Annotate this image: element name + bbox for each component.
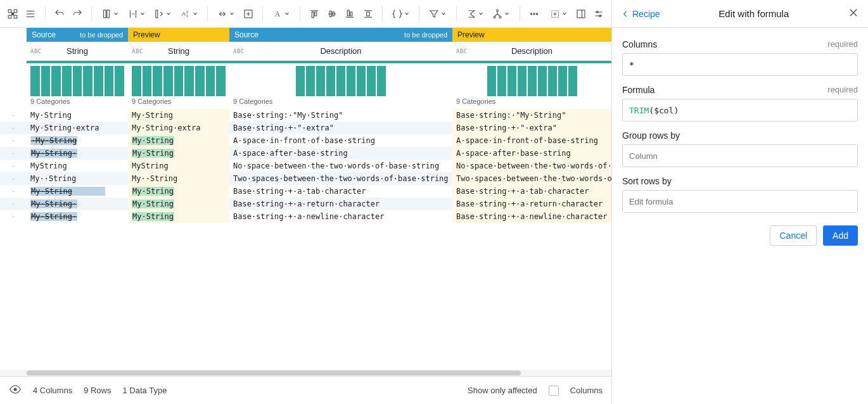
data-cell[interactable]: A·space·in·front·of·base·string <box>452 134 611 147</box>
data-cell[interactable]: No·space·between·the·two·words·of·base·s… <box>452 160 611 172</box>
data-cell[interactable]: My·String <box>128 109 229 122</box>
distribute-icon[interactable] <box>360 6 375 22</box>
data-cell[interactable]: My··String <box>27 172 128 185</box>
align-bottom-icon[interactable] <box>342 6 357 22</box>
row-handle[interactable]: · <box>0 122 27 134</box>
horizontal-scrollbar[interactable] <box>0 370 611 376</box>
grid-view-icon[interactable] <box>5 6 20 22</box>
column-header[interactable]: ABC Description <box>229 42 452 61</box>
row-handle[interactable]: · <box>0 198 27 210</box>
type-badge: ABC <box>30 48 42 54</box>
column-header[interactable]: ABC Description <box>452 42 611 61</box>
sigma-icon[interactable] <box>463 6 487 22</box>
data-cell[interactable]: Base·string·+·a·tab·character <box>229 185 452 198</box>
data-cell[interactable]: Base·string:·"My·String" <box>229 109 452 122</box>
more-icon[interactable] <box>527 6 542 22</box>
formula-input[interactable]: TRIM($col) <box>622 99 858 122</box>
type-count: 1 Data Type <box>123 386 167 395</box>
data-grid: · · · · · · · · · Source to be dropped <box>0 28 611 370</box>
align-middle-icon[interactable] <box>324 6 340 22</box>
histogram[interactable] <box>30 66 124 96</box>
row-handle[interactable]: · <box>0 210 27 223</box>
data-cell[interactable]: Base·string:·"My·String" <box>452 109 611 122</box>
data-cell[interactable]: My·String <box>128 210 229 223</box>
column-status-preview: Preview <box>452 28 611 42</box>
toolbar: A12 A <box>0 0 611 28</box>
data-cell[interactable]: My·String· <box>27 210 128 223</box>
svg-point-35 <box>554 13 556 15</box>
column-header[interactable]: ABC String <box>128 42 229 61</box>
data-cell[interactable]: My·String <box>27 109 128 122</box>
category-count: 9 Categories <box>27 98 128 109</box>
move-resize-icon[interactable] <box>214 6 238 22</box>
hierarchy-icon[interactable] <box>489 6 513 22</box>
filter-icon[interactable] <box>426 6 450 22</box>
data-cell[interactable]: Base·string·+·a·newline·character <box>229 210 452 223</box>
format-column-icon[interactable]: A12 <box>177 6 201 22</box>
columns-input[interactable] <box>622 53 858 76</box>
cancel-button[interactable]: Cancel <box>770 225 817 246</box>
split-column-icon[interactable] <box>151 6 175 22</box>
text-format-icon[interactable]: A <box>269 6 293 22</box>
type-badge: ABC <box>456 48 468 54</box>
row-handle[interactable]: · <box>0 134 27 147</box>
histogram[interactable] <box>233 66 449 96</box>
data-cell[interactable]: My·String <box>128 185 229 198</box>
list-view-icon[interactable] <box>23 6 38 22</box>
category-count: 9 Categories <box>229 98 452 109</box>
data-cell[interactable]: My·String·extra <box>128 122 229 134</box>
sort-by-input[interactable] <box>622 190 858 213</box>
close-icon[interactable] <box>848 7 859 20</box>
row-handle[interactable]: · <box>0 172 27 185</box>
back-to-recipe-link[interactable]: Recipe <box>621 9 660 19</box>
data-cell[interactable]: Base·string·+·a·return·character <box>452 198 611 210</box>
data-cell[interactable]: A·space·in·front·of·base·string <box>229 134 452 147</box>
row-handle[interactable]: · <box>0 160 27 172</box>
data-cell[interactable]: My·String <box>128 198 229 210</box>
show-affected-checkbox[interactable] <box>549 386 559 396</box>
undo-icon[interactable] <box>51 6 67 22</box>
data-cell[interactable]: My·String· <box>27 147 128 160</box>
histogram[interactable] <box>456 66 608 96</box>
status-bar: 4 Columns 9 Rows 1 Data Type Show only a… <box>0 376 611 404</box>
column-status-source: Source to be dropped <box>229 28 452 42</box>
data-cell[interactable]: My·String· <box>27 198 128 210</box>
target-icon[interactable] <box>547 6 571 22</box>
eye-icon[interactable] <box>9 383 22 398</box>
histogram[interactable] <box>132 66 226 96</box>
data-cell[interactable]: Base·string·+·"·extra" <box>452 122 611 134</box>
data-cell[interactable]: Base·string·+·"·extra" <box>229 122 452 134</box>
data-cell[interactable]: My··String <box>128 172 229 185</box>
merge-columns-icon[interactable] <box>125 6 149 22</box>
column-count: 4 Columns <box>33 386 72 395</box>
data-cell[interactable]: My·String <box>128 147 229 160</box>
data-cell[interactable]: ·My·String <box>27 134 128 147</box>
data-cell[interactable]: Two·spaces·between·the·two·words·of·base… <box>229 172 452 185</box>
align-top-icon[interactable] <box>307 6 322 22</box>
settings-sliders-icon[interactable] <box>591 6 606 22</box>
add-button[interactable]: Add <box>823 225 858 246</box>
data-cell[interactable]: Base·string·+·a·return·character <box>229 198 452 210</box>
data-cell[interactable]: MyString <box>27 160 128 172</box>
svg-rect-17 <box>312 12 314 18</box>
data-cell[interactable]: My·String <box>128 134 229 147</box>
data-cell[interactable]: Base·string·+·a·tab·character <box>452 185 611 198</box>
group-by-input[interactable] <box>622 144 858 167</box>
row-handle[interactable]: · <box>0 109 27 122</box>
data-cell[interactable]: A·space·after·base·string <box>452 147 611 160</box>
redo-icon[interactable] <box>70 6 85 22</box>
data-cell[interactable]: Two·spaces·between·the·two·words·of <box>452 172 611 185</box>
row-handle[interactable]: · <box>0 185 27 198</box>
nest-icon[interactable] <box>241 6 256 22</box>
data-cell[interactable]: My·String <box>27 185 128 198</box>
braces-icon[interactable] <box>389 6 413 22</box>
transform-column-icon[interactable] <box>98 6 122 22</box>
data-cell[interactable]: A·space·after·base·string <box>229 147 452 160</box>
data-cell[interactable]: Base·string·+·a·newline·character <box>452 210 611 223</box>
data-cell[interactable]: My·String·extra <box>27 122 128 134</box>
profile-pane-icon[interactable] <box>573 6 589 22</box>
row-handle[interactable]: · <box>0 147 27 160</box>
column-header[interactable]: ABC String <box>27 42 128 61</box>
data-cell[interactable]: No·space·between·the·two·words·of·base·s… <box>229 160 452 172</box>
data-cell[interactable]: MyString <box>128 160 229 172</box>
